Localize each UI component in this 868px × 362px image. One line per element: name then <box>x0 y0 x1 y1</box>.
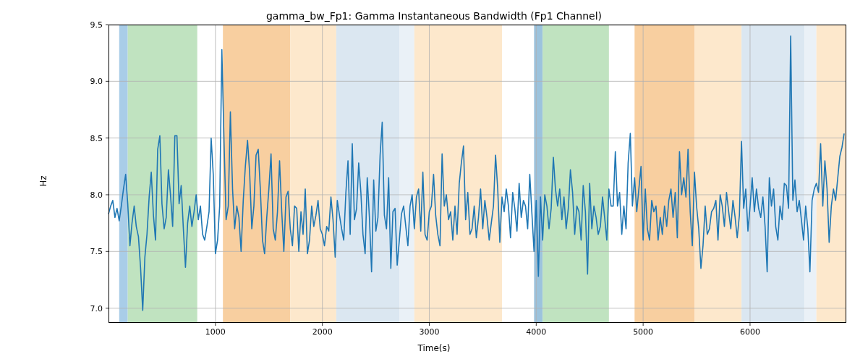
x-tick: 3000 <box>419 327 439 337</box>
band <box>534 25 542 323</box>
x-tick: 4000 <box>526 327 546 337</box>
band <box>694 25 741 323</box>
x-tick: 2000 <box>312 327 333 337</box>
y-tick: 8.0 <box>90 190 103 200</box>
band <box>741 25 804 323</box>
y-axis-label: Hz <box>38 175 48 186</box>
band <box>399 25 414 323</box>
plot-axes: 1000200030004000500060007.07.58.08.59.09… <box>109 25 846 323</box>
band <box>634 25 694 323</box>
band <box>119 25 128 323</box>
shaded-bands <box>119 25 846 323</box>
y-tick: 9.0 <box>90 77 103 86</box>
band <box>817 25 846 323</box>
chart-title: gamma_bw_Fp1: Gamma Instantaneous Bandwi… <box>0 10 868 22</box>
x-axis-label: Time(s) <box>0 343 868 353</box>
band <box>336 25 399 323</box>
y-tick: 7.0 <box>90 304 103 313</box>
band <box>290 25 336 323</box>
band <box>128 25 197 323</box>
y-tick: 8.5 <box>90 134 103 143</box>
x-tick: 1000 <box>205 327 226 337</box>
figure: gamma_bw_Fp1: Gamma Instantaneous Bandwi… <box>0 0 868 362</box>
plot-svg: 1000200030004000500060007.07.58.08.59.09… <box>109 25 846 323</box>
y-tick: 9.5 <box>90 20 103 30</box>
y-tick: 7.5 <box>90 247 103 256</box>
x-tick: 5000 <box>633 327 653 337</box>
band <box>804 25 816 323</box>
band <box>414 25 502 323</box>
x-tick: 6000 <box>740 327 760 337</box>
